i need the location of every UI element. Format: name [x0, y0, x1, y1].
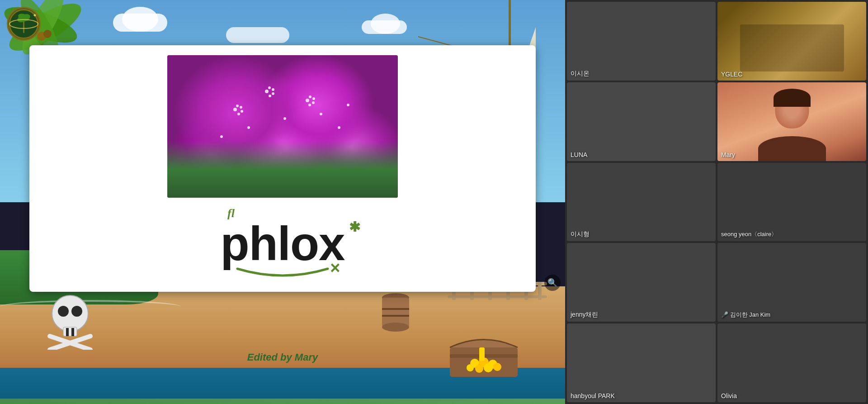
svg-text:✦: ✦	[33, 12, 37, 19]
svg-rect-13	[538, 282, 542, 300]
svg-point-52	[269, 95, 271, 97]
svg-point-33	[493, 363, 501, 371]
svg-point-54	[309, 95, 311, 98]
cloud-2	[226, 27, 289, 43]
svg-point-56	[312, 101, 315, 104]
phlox-word: phlox	[221, 217, 345, 270]
participant-name-olivia: Olivia	[721, 392, 737, 399]
svg-point-34	[467, 364, 474, 371]
svg-rect-19	[71, 328, 74, 336]
cloud-1-extra	[122, 7, 158, 32]
magnify-icon[interactable]: 🔍	[544, 275, 561, 291]
participant-name-yglec: YGLEC	[721, 71, 742, 78]
participants-panel: 이시온 YGLEC LUNA Mary 이시형 seong y	[565, 0, 868, 404]
svg-point-31	[475, 365, 483, 373]
svg-point-15	[58, 306, 69, 317]
svg-point-50	[272, 88, 274, 91]
svg-rect-17	[63, 327, 77, 336]
svg-point-62	[220, 135, 223, 138]
participant-tile-seongyeon[interactable]: seong yeon〈claire〉	[717, 163, 866, 242]
participant-tile-kimhyeon[interactable]: 🎤 김이한 Jan Kim	[717, 243, 866, 322]
svg-point-55	[312, 97, 315, 100]
logo: ✦	[7, 7, 43, 43]
svg-point-53	[306, 99, 309, 102]
svg-point-47	[237, 113, 240, 115]
participant-name-seongyeon: seong yeon〈claire〉	[721, 230, 777, 238]
participant-name-luna: LUNA	[571, 151, 587, 158]
svg-point-61	[347, 104, 349, 106]
svg-rect-7	[448, 295, 547, 298]
svg-rect-18	[66, 328, 69, 336]
svg-point-46	[241, 110, 243, 113]
participant-name-isiwon: 이시온	[571, 70, 590, 78]
slide-container: fl phlox ✱ ×	[29, 45, 536, 292]
treasure-chest	[448, 323, 520, 377]
phlox-main-text: phlox ✱ ×	[221, 217, 345, 271]
participant-tile-jenny[interactable]: jenny채린	[567, 243, 716, 322]
participant-tile-yglec[interactable]: YGLEC	[717, 2, 866, 81]
star-symbol: ✱	[349, 219, 360, 235]
participant-name-hanbyoul: hanbyoul PARK	[571, 392, 615, 399]
participant-tile-hanbyoul[interactable]: hanbyoul PARK	[567, 323, 716, 402]
participant-name-kimhyeon: 🎤 김이한 Jan Kim	[721, 311, 770, 319]
bottom-bar	[0, 399, 565, 404]
participant-tile-mary[interactable]: Mary	[717, 82, 866, 161]
mary-hair	[774, 89, 811, 107]
participant-name-mary: Mary	[721, 151, 735, 158]
svg-point-14	[52, 295, 88, 332]
participant-tile-isihyeong[interactable]: 이시형	[567, 163, 716, 242]
phlox-logo-area: fl phlox ✱ ×	[197, 207, 368, 282]
flower-image	[167, 55, 398, 198]
skull-crossbones	[41, 291, 99, 350]
participant-tile-isiwon[interactable]: 이시온	[567, 2, 716, 81]
svg-point-59	[283, 117, 286, 120]
participant-name-jenny: jenny채린	[571, 311, 598, 319]
svg-point-45	[240, 106, 242, 109]
cloud-3-extra	[371, 14, 400, 34]
svg-point-51	[272, 92, 274, 95]
edited-by-caption: Edited by Mary	[29, 352, 536, 363]
yglec-figure	[740, 24, 844, 71]
participant-tile-luna[interactable]: LUNA	[567, 82, 716, 161]
app-container: 🔍 ✦	[0, 0, 868, 404]
svg-point-5	[43, 30, 52, 38]
main-content-area: 🔍 ✦	[0, 0, 565, 404]
flower-details	[167, 55, 398, 198]
svg-point-44	[236, 105, 239, 107]
logo-icon: ✦	[8, 8, 39, 40]
svg-point-16	[71, 306, 82, 317]
svg-point-57	[308, 104, 311, 106]
x-symbol: ×	[330, 258, 340, 278]
svg-point-58	[247, 126, 250, 129]
svg-point-43	[233, 108, 237, 111]
svg-point-24	[382, 323, 409, 332]
svg-point-49	[268, 86, 271, 89]
participant-tile-olivia[interactable]: Olivia	[717, 323, 866, 402]
svg-point-48	[265, 90, 269, 93]
svg-point-63	[338, 126, 340, 129]
participant-name-isihyeong: 이시형	[571, 230, 590, 238]
svg-point-32	[484, 363, 493, 372]
barrel	[380, 291, 411, 332]
svg-point-60	[320, 113, 322, 115]
mary-shoulders	[758, 136, 826, 161]
